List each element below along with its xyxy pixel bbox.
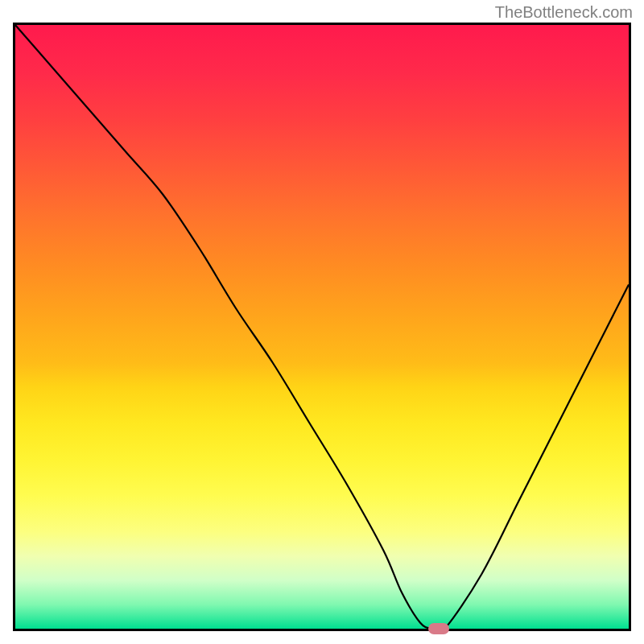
bottleneck-curve (15, 25, 629, 629)
watermark-text: TheBottleneck.com (495, 3, 633, 22)
curve-svg (15, 25, 629, 629)
chart-container: TheBottleneck.com (0, 0, 644, 644)
optimal-marker (428, 623, 449, 634)
plot-area (13, 23, 631, 631)
